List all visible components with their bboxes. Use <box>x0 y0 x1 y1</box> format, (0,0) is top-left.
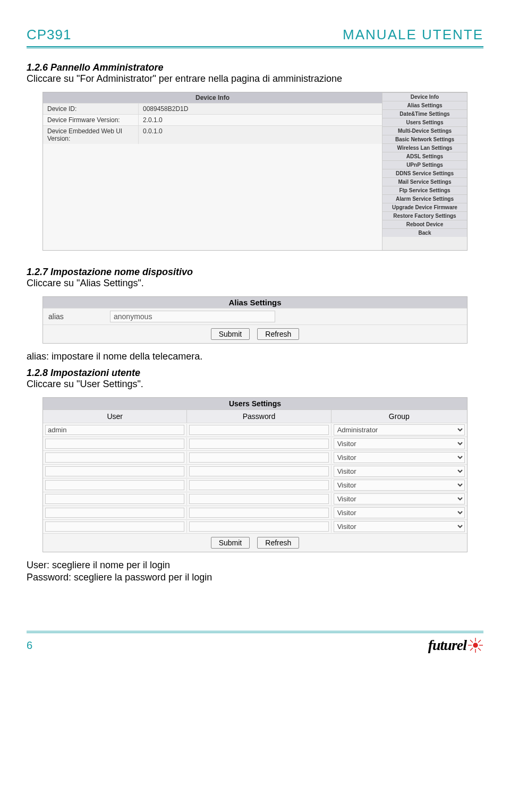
password-input[interactable] <box>189 425 328 435</box>
device-id-value: 0089458B2D1D <box>139 104 382 114</box>
svg-line-5 <box>470 640 473 643</box>
page-number: 6 <box>27 639 32 652</box>
menu-ftp[interactable]: Ftp Service Settings <box>382 186 467 194</box>
section-127-title: 1.2.7 Impostazione nome dispositivo <box>27 267 483 278</box>
users-row: Visitor <box>43 519 467 533</box>
menu-basic-network[interactable]: Basic Network Settings <box>382 135 467 143</box>
group-select[interactable]: Visitor <box>334 466 465 477</box>
section-128-title: 1.2.8 Impostazioni utente <box>27 367 483 379</box>
section-126-title: 1.2.6 Pannello Amministratore <box>27 62 483 73</box>
user-input[interactable] <box>45 439 184 449</box>
doc-title: MANUALE UTENTE <box>343 27 483 43</box>
users-row: Visitor <box>43 506 467 519</box>
device-info-row: Device Firmware Version: 2.0.1.0 <box>43 114 382 125</box>
svg-line-7 <box>470 648 473 651</box>
password-input[interactable] <box>189 466 328 476</box>
user-hint-1: User: scegliere il nome per il login <box>27 560 483 571</box>
users-row: Visitor <box>43 450 467 464</box>
user-input[interactable] <box>45 494 184 504</box>
user-input[interactable] <box>45 425 184 435</box>
page-header: CP391 MANUALE UTENTE <box>27 27 483 46</box>
menu-users-settings[interactable]: Users Settings <box>382 118 467 126</box>
user-input[interactable] <box>45 466 184 476</box>
menu-upgrade[interactable]: Upgrade Device Firmware <box>382 203 467 211</box>
group-select[interactable]: Visitor <box>334 493 465 505</box>
device-info-row: Device ID: 0089458B2D1D <box>43 103 382 114</box>
svg-line-6 <box>478 648 481 651</box>
menu-upnp[interactable]: UPnP Settings <box>382 160 467 169</box>
user-input[interactable] <box>45 480 184 490</box>
users-submit-button[interactable]: Submit <box>211 537 250 549</box>
group-select[interactable]: Visitor <box>334 438 465 449</box>
user-hint-2: Password: scegliere la password per il l… <box>27 572 483 583</box>
users-row: Visitor <box>43 464 467 478</box>
section-126-body: Cliccare su "For Administrator" per entr… <box>27 73 483 84</box>
menu-alarm[interactable]: Alarm Service Settings <box>382 194 467 203</box>
device-info-blank <box>43 144 382 250</box>
users-settings-title: Users Settings <box>43 398 467 409</box>
menu-reboot[interactable]: Reboot Device <box>382 220 467 228</box>
doc-code: CP391 <box>27 27 72 43</box>
webui-version-label: Device Embedded Web UI Version: <box>43 126 139 144</box>
menu-mail[interactable]: Mail Service Settings <box>382 177 467 186</box>
screenshot-users-settings: Users Settings User Password Group Admin… <box>42 397 468 552</box>
alias-label: alias <box>43 310 107 323</box>
device-info-row: Device Embedded Web UI Version: 0.0.1.0 <box>43 125 382 144</box>
users-row: Administrator <box>43 423 467 437</box>
logo-text: futurel <box>428 637 466 654</box>
section-128-body: Cliccare su "User Settings". <box>27 379 483 390</box>
screenshot-alias-settings: Alias Settings alias Submit Refresh <box>42 296 468 344</box>
password-input[interactable] <box>189 439 328 449</box>
users-row: Visitor <box>43 437 467 450</box>
menu-date-time[interactable]: Date&Time Settings <box>382 109 467 118</box>
submit-button[interactable]: Submit <box>211 328 250 340</box>
fw-version-label: Device Firmware Version: <box>43 115 139 125</box>
alias-explanation: alias: impostare il nome della telecamer… <box>27 351 483 362</box>
menu-restore[interactable]: Restore Factory Settings <box>382 211 467 220</box>
group-select[interactable]: Visitor <box>334 521 465 532</box>
users-row: Visitor <box>43 478 467 492</box>
alias-input[interactable] <box>110 311 275 322</box>
device-info-title: Device Info <box>43 92 382 103</box>
header-rule <box>27 46 483 47</box>
menu-adsl[interactable]: ADSL Settings <box>382 152 467 160</box>
menu-back[interactable]: Back <box>382 228 467 237</box>
section-127-body: Cliccare su "Alias Settings". <box>27 278 483 289</box>
menu-device-info[interactable]: Device Info <box>382 92 467 101</box>
col-group-header: Group <box>332 410 467 423</box>
sidebar-menu: Device Info Alias Settings Date&Time Set… <box>382 92 467 250</box>
svg-line-8 <box>478 640 481 643</box>
futurel-logo: futurel <box>428 637 483 654</box>
password-input[interactable] <box>189 522 328 532</box>
user-input[interactable] <box>45 508 184 518</box>
group-select[interactable]: Visitor <box>334 480 465 491</box>
menu-wireless-lan[interactable]: Wireless Lan Settings <box>382 143 467 152</box>
screenshot-device-info: Device Info Device ID: 0089458B2D1D Devi… <box>42 92 468 251</box>
password-input[interactable] <box>189 452 328 463</box>
user-input[interactable] <box>45 522 184 532</box>
fw-version-value: 2.0.1.0 <box>139 115 382 125</box>
password-input[interactable] <box>189 508 328 518</box>
password-input[interactable] <box>189 494 328 504</box>
menu-alias-settings[interactable]: Alias Settings <box>382 101 467 109</box>
footer-rule <box>27 631 483 632</box>
menu-ddns[interactable]: DDNS Service Settings <box>382 169 467 177</box>
svg-point-0 <box>473 643 478 647</box>
group-select[interactable]: Visitor <box>334 452 465 463</box>
alias-settings-title: Alias Settings <box>43 297 467 308</box>
password-input[interactable] <box>189 480 328 490</box>
user-input[interactable] <box>45 452 184 463</box>
refresh-button[interactable]: Refresh <box>257 328 299 340</box>
users-row: Visitor <box>43 492 467 506</box>
users-header-row: User Password Group <box>43 409 467 423</box>
group-select[interactable]: Administrator <box>334 424 465 435</box>
col-user-header: User <box>43 410 187 423</box>
col-pass-header: Password <box>187 410 331 423</box>
group-select[interactable]: Visitor <box>334 507 465 518</box>
users-refresh-button[interactable]: Refresh <box>257 537 299 549</box>
sun-icon <box>468 637 483 653</box>
webui-version-value: 0.0.1.0 <box>139 126 382 144</box>
device-id-label: Device ID: <box>43 104 139 114</box>
menu-multi-device[interactable]: Multi-Device Settings <box>382 126 467 135</box>
